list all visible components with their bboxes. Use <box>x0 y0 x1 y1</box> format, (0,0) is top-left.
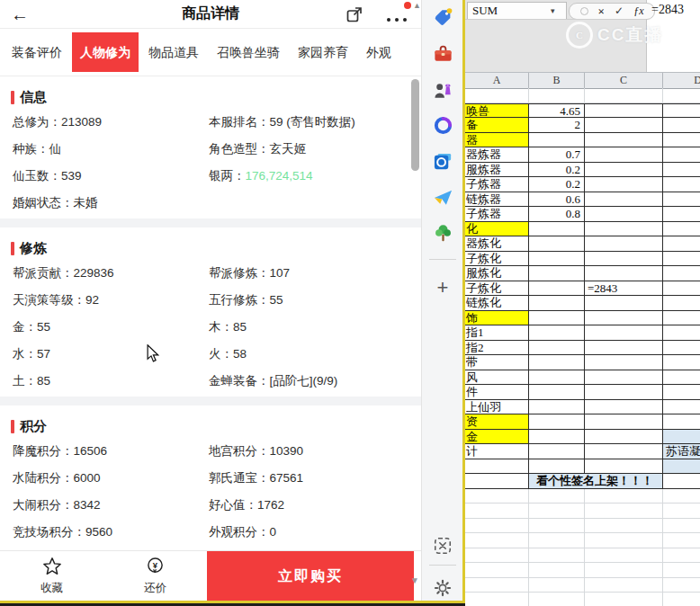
sheet-cell[interactable]: 链炼化 <box>465 296 529 311</box>
sheet-cell[interactable] <box>585 147 663 163</box>
sheet-cell[interactable] <box>529 578 585 593</box>
sheet-cell[interactable] <box>663 118 700 133</box>
sheet-cell[interactable] <box>663 355 700 370</box>
sheet-cell[interactable] <box>465 578 529 593</box>
sheet-cell[interactable]: 备 <box>465 118 529 133</box>
sheet-cell[interactable] <box>585 489 663 504</box>
sheet-cell[interactable] <box>529 355 585 370</box>
sheet-cell[interactable] <box>663 400 700 415</box>
sheet-cell[interactable] <box>663 163 700 178</box>
buy-now-button[interactable]: 立即购买 <box>207 551 414 602</box>
more-icon[interactable] <box>385 11 408 27</box>
sheet-cell[interactable] <box>585 459 663 475</box>
sheet-cell[interactable] <box>529 311 585 326</box>
sheet-cell[interactable] <box>529 266 585 281</box>
sheet-cell[interactable] <box>529 296 585 311</box>
sheet-cell[interactable]: 风 <box>465 370 529 386</box>
sheet-cell[interactable] <box>585 133 663 148</box>
sheet-cell[interactable]: =2843 <box>585 281 663 297</box>
tab-2[interactable]: 物品道具 <box>140 32 207 72</box>
sheet-cell[interactable]: 服炼器 <box>465 163 529 178</box>
sheet-cell[interactable] <box>529 430 585 445</box>
sheet-cell[interactable] <box>663 489 700 504</box>
sheet-cell[interactable] <box>529 593 585 606</box>
sheet-cell[interactable] <box>529 370 585 386</box>
sheet-cell[interactable]: 苏语凝 <box>663 444 700 459</box>
sheet-cell[interactable] <box>663 252 700 267</box>
sheet-cell[interactable] <box>663 177 700 192</box>
column-header-B[interactable]: B <box>529 73 585 88</box>
tab-4[interactable]: 家园养育 <box>290 32 356 72</box>
sheet-cell[interactable] <box>585 103 663 119</box>
sheet-cell[interactable] <box>663 519 700 534</box>
confirm-icon[interactable]: ✓ <box>615 4 624 18</box>
scroll-up-arrow[interactable]: ▲ <box>413 1 421 10</box>
insert-function-icon[interactable]: ƒx <box>633 4 643 18</box>
sheet-cell[interactable] <box>585 207 663 222</box>
tab-5[interactable]: 外观 <box>358 32 399 72</box>
sheet-cell[interactable] <box>529 459 585 475</box>
sheet-cell[interactable] <box>585 341 663 356</box>
sheet-cell[interactable] <box>529 489 585 504</box>
sheet-cell[interactable] <box>663 385 700 400</box>
sheet-cell[interactable] <box>585 163 663 178</box>
favorite-button[interactable]: 收藏 <box>0 551 103 602</box>
sheet-cell[interactable]: 子炼器 <box>465 177 529 192</box>
sheet-cell[interactable] <box>465 563 529 578</box>
contacts-icon[interactable] <box>432 79 453 101</box>
screenshot-icon[interactable] <box>432 535 453 557</box>
tree-icon[interactable] <box>432 222 453 244</box>
gear-icon[interactable] <box>432 577 453 599</box>
sheet-cell[interactable]: 资 <box>465 414 529 430</box>
sheet-cell[interactable] <box>663 341 700 356</box>
sheet-cell[interactable] <box>663 207 700 222</box>
app-scrollbar-thumb[interactable] <box>411 79 419 171</box>
sheet-cell[interactable] <box>663 311 700 326</box>
toolbox-icon[interactable] <box>432 42 453 64</box>
sheet-cell[interactable] <box>663 533 700 548</box>
sheet-cell[interactable] <box>465 459 529 475</box>
tab-0[interactable]: 装备评价 <box>4 32 70 72</box>
sheet-cell[interactable] <box>585 593 663 606</box>
sheet-cell[interactable] <box>663 266 700 281</box>
sheet-cell[interactable] <box>585 563 663 578</box>
sheet-cell[interactable] <box>585 519 663 534</box>
sheet-cell[interactable] <box>663 103 700 119</box>
sheet-cell[interactable] <box>663 222 700 237</box>
sheet-cell[interactable] <box>663 88 700 103</box>
sheet-cell[interactable]: 子炼化 <box>465 281 529 297</box>
sheet-cell[interactable] <box>585 430 663 445</box>
sheet-cell[interactable]: 看个性签名上架！！！ <box>529 474 663 489</box>
sheet-cell[interactable] <box>585 533 663 548</box>
sheet-cell[interactable] <box>585 252 663 267</box>
sheet-cell[interactable] <box>663 593 700 606</box>
sheet-cell[interactable] <box>663 296 700 311</box>
sheet-cell[interactable] <box>585 192 663 208</box>
sheet-cell[interactable] <box>663 147 700 163</box>
sheet-cell[interactable]: 服炼化 <box>465 266 529 281</box>
plus-icon[interactable]: + <box>432 277 453 299</box>
sheet-cell[interactable] <box>529 222 585 237</box>
sheet-cell[interactable] <box>585 548 663 564</box>
sheet-cell[interactable] <box>529 325 585 341</box>
sheet-cell[interactable] <box>465 533 529 548</box>
sheet-cell[interactable] <box>663 192 700 208</box>
sheet-cell[interactable] <box>585 88 663 103</box>
sheet-cell[interactable] <box>585 325 663 341</box>
sheet-cell[interactable] <box>663 474 700 489</box>
sheet-cell[interactable] <box>465 88 529 103</box>
sheet-cell[interactable] <box>465 489 529 504</box>
bargain-button[interactable]: ¥ 还价 <box>103 551 207 602</box>
tab-1[interactable]: 人物修为 <box>72 32 139 72</box>
sheet-cell[interactable] <box>585 578 663 593</box>
sheet-cell[interactable]: 0.2 <box>529 177 585 192</box>
share-icon[interactable] <box>345 4 364 28</box>
sheet-cell[interactable] <box>585 370 663 386</box>
sheet-cell[interactable] <box>585 236 663 252</box>
sheet-cell[interactable] <box>663 430 700 445</box>
sheet-cell[interactable] <box>465 504 529 519</box>
send-icon[interactable] <box>432 186 453 208</box>
sheet-cell[interactable]: 唤兽 <box>465 103 529 119</box>
sheet-cell[interactable] <box>585 414 663 430</box>
sheet-cell[interactable]: 子炼器 <box>465 207 529 222</box>
